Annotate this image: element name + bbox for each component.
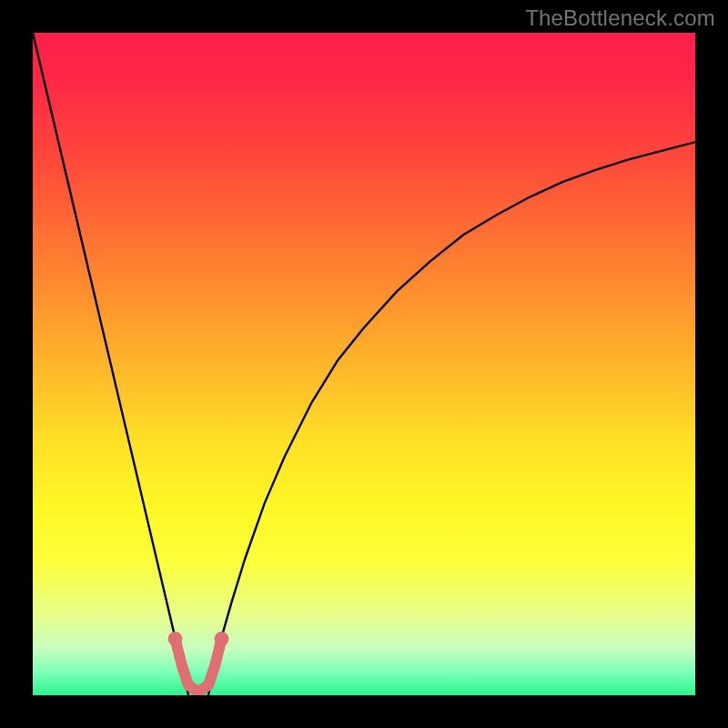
watermark-label: TheBottleneck.com	[525, 5, 715, 31]
u-shape-endpoint	[214, 632, 228, 646]
plot-area	[33, 33, 695, 695]
u-shape-endpoint	[168, 632, 183, 646]
chart-frame: TheBottleneck.com	[0, 0, 728, 728]
chart-svg	[33, 33, 695, 695]
gradient-background	[33, 33, 695, 695]
